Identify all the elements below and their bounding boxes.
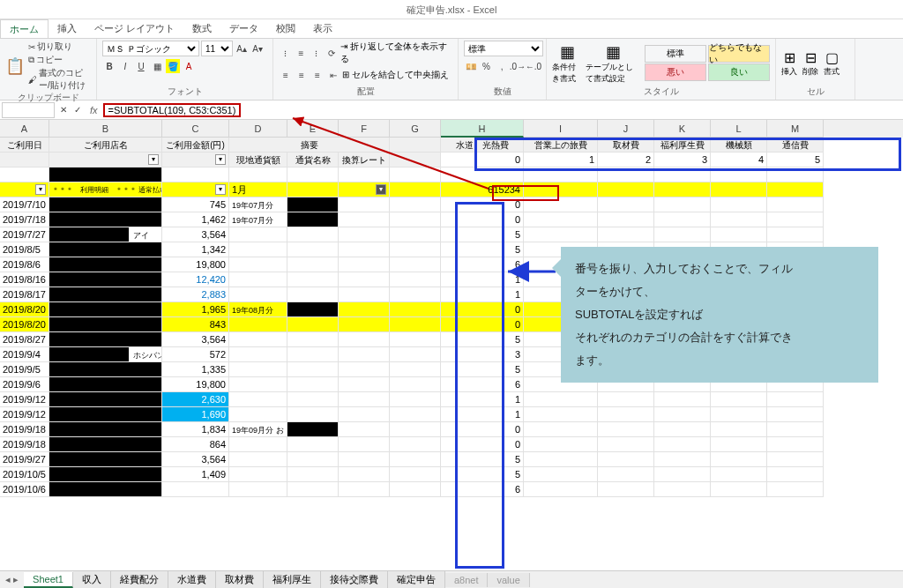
sheet-nav-icon[interactable]: ◂ ▸: [0, 574, 24, 585]
align-left-icon[interactable]: ≡: [279, 68, 293, 82]
tab-data[interactable]: データ: [220, 19, 267, 38]
tab-view[interactable]: 表示: [304, 19, 341, 38]
table-row[interactable]: 2019/9/188640: [0, 437, 903, 452]
increase-font-icon[interactable]: A▴: [235, 41, 249, 56]
sheet-tab[interactable]: 接待交際費: [321, 571, 388, 588]
sheet-tab[interactable]: Sheet1: [24, 572, 73, 588]
column-header[interactable]: M: [767, 120, 824, 138]
tab-formulas[interactable]: 数式: [183, 19, 220, 38]
sheet-tabs: ◂ ▸ Sheet1 収入 経費配分 水道費 取材費 福利厚生 接待交際費 確定…: [0, 570, 903, 588]
style-bad[interactable]: 悪い: [645, 63, 706, 81]
italic-button[interactable]: I: [118, 59, 132, 73]
column-header[interactable]: G: [390, 120, 441, 138]
conditional-format-button[interactable]: ▦条件付き書式: [552, 42, 582, 85]
column-header[interactable]: I: [524, 120, 598, 138]
table-row[interactable]: 2019/7/181,46219年07月分0: [0, 212, 903, 227]
align-center-icon[interactable]: ≡: [295, 68, 309, 82]
currency-icon[interactable]: 💴: [464, 59, 478, 73]
align-top-icon[interactable]: ⫶: [279, 46, 293, 60]
table-row[interactable]: 2019/9/181,83419年09月分 お0: [0, 422, 903, 437]
wrap-text-button[interactable]: ⇥ 折り返して全体を表示する: [340, 41, 452, 65]
sheet-tab[interactable]: 取材費: [216, 571, 264, 588]
orientation-icon[interactable]: ⟳: [325, 46, 340, 60]
format-cells-button[interactable]: ▢書式: [824, 49, 840, 78]
number-format-select[interactable]: 標準: [464, 41, 543, 56]
style-normal[interactable]: 標準: [645, 45, 706, 63]
column-header[interactable]: H: [441, 120, 524, 138]
sheet-tab[interactable]: value: [488, 573, 529, 587]
font-color-button[interactable]: A: [182, 59, 196, 73]
comma-icon[interactable]: ,: [495, 59, 509, 73]
sheet-tab[interactable]: 確定申告: [388, 571, 445, 588]
table-row[interactable]: 2019/7/27アイ3,5645: [0, 227, 903, 242]
cut-button[interactable]: ✂ 切り取り: [28, 41, 91, 53]
formula-bar: ✕ ✓ fx =SUBTOTAL(109, C53:C351): [0, 100, 903, 120]
column-header[interactable]: K: [654, 120, 711, 138]
style-good[interactable]: 良い: [708, 63, 770, 81]
subtotal-cell: 615234: [441, 182, 524, 197]
column-header[interactable]: D: [229, 120, 287, 138]
align-right-icon[interactable]: ≡: [310, 68, 325, 82]
decrease-decimal-icon[interactable]: ←.0: [526, 59, 541, 73]
table-row[interactable]: 2019/10/66: [0, 482, 903, 497]
column-header[interactable]: A: [0, 120, 49, 138]
copy-button[interactable]: ⧉ コピー: [28, 54, 91, 66]
formula-input[interactable]: =SUBTOTAL(109, C53:C351): [103, 103, 242, 117]
table-row[interactable]: 2019/10/51,4095: [0, 467, 903, 482]
annotation-callout: 番号を振り、入力しておくことで、フィル ターをかけて、 SUBTOTALを設定す…: [561, 247, 878, 383]
name-box[interactable]: [2, 102, 55, 118]
sheet-tab[interactable]: a8net: [445, 573, 489, 587]
cancel-icon[interactable]: ✕: [56, 103, 71, 117]
group-label: 数値: [464, 86, 541, 98]
indent-icon[interactable]: ⇤: [326, 68, 340, 82]
increase-decimal-icon[interactable]: .0→: [511, 59, 525, 73]
percent-icon[interactable]: %: [480, 59, 494, 73]
group-label: セル: [781, 86, 849, 98]
column-header[interactable]: B: [49, 120, 162, 138]
table-row[interactable]: 2019/7/1074519年07月分0: [0, 197, 903, 212]
paste-button[interactable]: 📋: [5, 48, 25, 84]
format-as-table-button[interactable]: ▦テーブルとして書式設定: [586, 42, 641, 85]
column-header[interactable]: F: [339, 120, 390, 138]
font-size-select[interactable]: 11: [201, 41, 233, 56]
title-bar: 確定申告.xlsx - Excel: [0, 0, 903, 19]
table-row[interactable]: 2019/9/122,6301: [0, 392, 903, 407]
tab-review[interactable]: 校閲: [267, 19, 304, 38]
sheet-tab[interactable]: 経費配分: [111, 571, 168, 588]
tab-page-layout[interactable]: ページ レイアウト: [86, 19, 183, 38]
table-row[interactable]: 2019/9/121,6901: [0, 407, 903, 422]
sheet-tab[interactable]: 収入: [73, 571, 111, 588]
group-label: 配置: [279, 86, 452, 98]
delete-cells-button[interactable]: ⊟削除: [802, 49, 818, 78]
tab-insert[interactable]: 挿入: [49, 19, 86, 38]
column-header[interactable]: L: [711, 120, 767, 138]
column-header[interactable]: E: [287, 120, 339, 138]
group-label: フォント: [102, 86, 267, 98]
align-middle-icon[interactable]: ≡: [295, 46, 309, 60]
bold-button[interactable]: B: [102, 59, 116, 73]
underline-button[interactable]: U: [134, 59, 148, 73]
table-row[interactable]: 2019/9/273,5645: [0, 452, 903, 467]
insert-cells-button[interactable]: ⊞挿入: [781, 49, 797, 78]
enter-icon[interactable]: ✓: [71, 103, 85, 117]
ribbon-tabs: ホーム 挿入 ページ レイアウト 数式 データ 校閲 表示: [0, 19, 903, 39]
style-neutral[interactable]: どちらでもない: [708, 45, 770, 63]
font-name-select[interactable]: ＭＳ Ｐゴシック: [102, 41, 199, 56]
sheet-tab[interactable]: 福利厚生: [264, 571, 321, 588]
column-header[interactable]: J: [598, 120, 654, 138]
merge-button[interactable]: ⊞ セルを結合して中央揃え: [342, 69, 449, 81]
column-header[interactable]: C: [162, 120, 229, 138]
sheet-tab[interactable]: 水道費: [168, 571, 216, 588]
fill-color-button[interactable]: 🪣: [166, 59, 180, 73]
ribbon: 📋 ✂ 切り取り ⧉ コピー 🖌 書式のコピー/貼り付け クリップボード ＭＳ …: [0, 39, 903, 100]
decrease-font-icon[interactable]: A▾: [250, 41, 265, 56]
align-bottom-icon[interactable]: ⫶: [310, 46, 324, 60]
border-button[interactable]: ▦: [150, 59, 164, 73]
tab-home[interactable]: ホーム: [0, 19, 49, 38]
group-label: スタイル: [552, 86, 770, 98]
format-painter-button[interactable]: 🖌 書式のコピー/貼り付け: [28, 67, 91, 92]
fx-icon[interactable]: fx: [85, 105, 103, 115]
